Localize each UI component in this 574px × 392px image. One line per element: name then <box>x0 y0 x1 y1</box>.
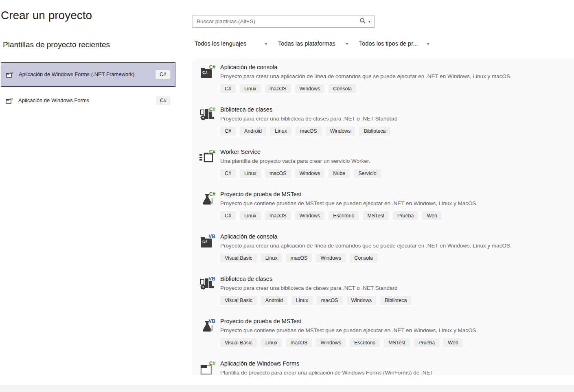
search-icon[interactable] <box>359 18 366 26</box>
page-title: Crear un proyecto <box>1 9 92 22</box>
chevron-down-icon: ▾ <box>427 42 429 46</box>
tag-chip: C# <box>220 169 236 178</box>
tag-chip: C# <box>220 84 236 93</box>
tag-chip: Escritorio <box>329 211 359 220</box>
template-title: Biblioteca de clases <box>220 276 574 282</box>
tag-chip: Consola <box>329 84 356 93</box>
filter-bar: Todos los lenguajes ▾ Todas las platafor… <box>195 40 440 47</box>
template-list-item[interactable]: C# Worker ServiceUna plantilla de proyec… <box>192 145 574 187</box>
template-body: Proyecto de prueba de MSTestProyecto que… <box>220 191 574 229</box>
tag-chip: Visual Basic <box>220 338 257 347</box>
winforms-small-icon: c# <box>6 71 13 78</box>
template-title: Aplicación de Windows Forms <box>220 360 574 367</box>
template-title: Proyecto de prueba de MSTest <box>220 191 574 197</box>
tag-chip: Windows <box>347 296 377 305</box>
template-description: Proyecto para crear una aplicación de lí… <box>220 73 574 79</box>
template-description: Proyecto que contiene pruebas de MSTest … <box>220 327 574 333</box>
template-description: Proyecto que contiene pruebas de MSTest … <box>220 200 574 206</box>
tag-chip: Windows <box>316 338 346 347</box>
template-list-item[interactable]: C# Proyecto de prueba de MSTestProyecto … <box>192 187 574 229</box>
search-options-caret-icon[interactable]: ▾ <box>368 20 370 24</box>
tag-chip: Visual Basic <box>220 296 257 305</box>
template-list-panel[interactable]: C# C:\Aplicación de consolaProyecto para… <box>192 58 574 375</box>
recent-template-item[interactable]: c# Aplicación de Windows Forms (.NET Fra… <box>1 62 175 87</box>
recent-template-item[interactable]: c# Aplicación de Windows FormsC# <box>1 93 175 108</box>
tag-chip: Linux <box>240 84 261 93</box>
svg-text:VB: VB <box>208 276 215 282</box>
template-body: Worker ServiceUna plantilla de proyecto … <box>220 149 574 187</box>
tag-chip: Servicio <box>354 169 381 178</box>
template-tags: C#AndroidLinuxmacOSWindowsBiblioteca <box>220 127 574 136</box>
tag-chip: Biblioteca <box>380 296 411 305</box>
recent-templates-heading: Plantillas de proyecto recientes <box>3 40 110 49</box>
console-vb-icon: VB C:\ <box>199 234 216 250</box>
recent-templates-list: c# Aplicación de Windows Forms (.NET Fra… <box>1 62 175 108</box>
svg-text:C:\: C:\ <box>202 240 207 244</box>
tag-chip: Linux <box>240 169 261 178</box>
console-csharp-icon: C# C:\ <box>199 64 216 81</box>
tag-chip: MSTest <box>363 211 389 220</box>
winforms-csharp-icon: C# <box>199 361 216 375</box>
svg-text:VB: VB <box>208 234 215 239</box>
template-description: Una plantilla de proyecto vacía para cre… <box>220 158 574 164</box>
tag-chip: macOS <box>286 338 312 347</box>
template-list-item[interactable]: VB C:\Aplicación de consolaProyecto para… <box>192 229 574 272</box>
tag-chip: Linux <box>270 127 291 136</box>
tag-chip: Linux <box>291 296 313 305</box>
template-tags: C#LinuxmacOSWindowsConsola <box>220 84 574 93</box>
search-input[interactable] <box>193 18 359 24</box>
tag-chip: Prueba <box>414 338 439 347</box>
template-list-item[interactable]: VB Biblioteca de clasesProyecto para cre… <box>192 272 574 314</box>
template-list-item[interactable]: C# Biblioteca de clasesProyecto para cre… <box>192 102 574 145</box>
tag-chip: Windows <box>295 211 325 220</box>
template-body: Aplicación de consolaProyecto para crear… <box>220 233 574 272</box>
language-badge: C# <box>156 96 171 105</box>
mstest-csharp-icon: C# <box>199 191 216 208</box>
language-badge: C# <box>156 70 170 79</box>
template-title: Proyecto de prueba de MSTest <box>220 318 574 324</box>
template-tags: Visual BasicLinuxmacOSWindowsConsola <box>220 254 574 263</box>
filter-platform-dropdown[interactable]: Todas las plataformas ▾ <box>278 40 348 47</box>
template-description: Proyecto para crear una biblioteca de cl… <box>220 116 574 122</box>
template-body: Biblioteca de clasesProyecto para crear … <box>220 106 574 145</box>
filter-project-type-dropdown[interactable]: Todos los tipos de pr... ▾ <box>359 40 429 47</box>
recent-template-label: Aplicación de Windows Forms (.NET Framew… <box>19 70 156 79</box>
worker-csharp-icon: C# <box>199 149 216 165</box>
template-title: Worker Service <box>220 149 574 155</box>
library-csharp-icon: C# <box>199 107 216 123</box>
svg-text:C#: C# <box>209 64 216 70</box>
template-body: Proyecto de prueba de MSTestProyecto que… <box>220 318 574 356</box>
template-title: Aplicación de consola <box>220 64 574 70</box>
tag-chip: Web <box>422 211 441 220</box>
template-title: Aplicación de consola <box>220 233 574 240</box>
mstest-vb-icon: VB <box>199 318 216 335</box>
tag-chip: Nube <box>329 169 350 178</box>
tag-chip: macOS <box>265 84 291 93</box>
svg-text:C#: C# <box>209 107 216 112</box>
tag-chip: macOS <box>265 169 291 178</box>
tag-chip: Linux <box>261 338 282 347</box>
template-tags: C#LinuxmacOSWindowsNubeServicio <box>220 169 574 178</box>
svg-text:VB: VB <box>208 318 215 324</box>
template-body: Aplicación de Windows FormsPlantilla de … <box>220 360 574 375</box>
template-list-item[interactable]: VB Proyecto de prueba de MSTestProyecto … <box>192 314 574 356</box>
library-vb-icon: VB <box>199 276 216 292</box>
tag-chip: Windows <box>295 84 325 93</box>
tag-chip: Web <box>443 338 462 347</box>
tag-chip: macOS <box>296 127 322 136</box>
template-body: Aplicación de consolaProyecto para crear… <box>220 64 574 102</box>
recent-template-label: Aplicación de Windows Forms <box>18 96 156 105</box>
chevron-down-icon: ▾ <box>265 42 267 46</box>
template-list-item[interactable]: C# C:\Aplicación de consolaProyecto para… <box>192 60 574 102</box>
template-list-item[interactable]: C# Aplicación de Windows FormsPlantilla … <box>192 356 574 375</box>
tag-chip: macOS <box>317 296 343 305</box>
filter-language-dropdown[interactable]: Todos los lenguajes ▾ <box>195 40 267 47</box>
tag-chip: Windows <box>326 127 355 136</box>
template-description: Proyecto para crear una biblioteca de cl… <box>220 285 574 291</box>
tag-chip: Biblioteca <box>359 127 390 136</box>
template-body: Biblioteca de clasesProyecto para crear … <box>220 276 574 314</box>
tag-chip: MSTest <box>384 338 410 347</box>
search-box[interactable]: ▾ <box>193 15 375 28</box>
tag-chip: Consola <box>350 254 377 263</box>
template-tags: Visual BasicAndroidLinuxmacOSWindowsBibl… <box>220 296 574 305</box>
